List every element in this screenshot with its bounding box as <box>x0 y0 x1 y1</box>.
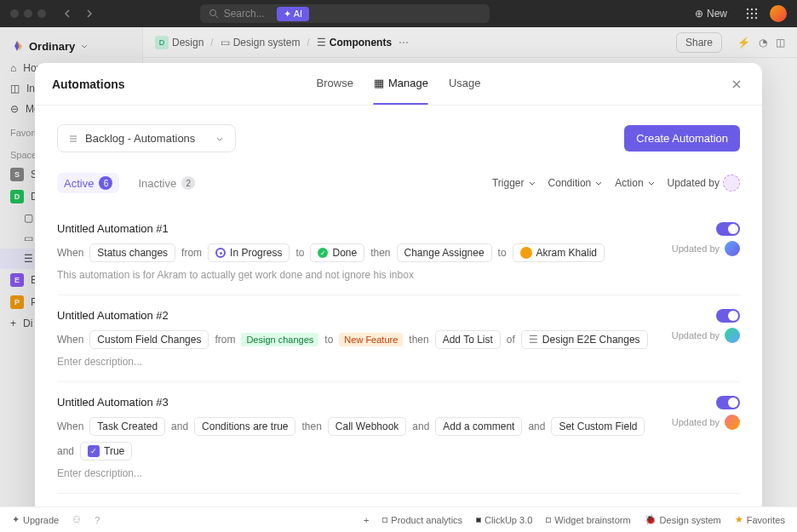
maximize-window[interactable] <box>37 9 46 18</box>
updater-avatar[interactable] <box>725 328 740 343</box>
enable-toggle[interactable] <box>716 396 740 409</box>
help-icon[interactable]: ? <box>95 515 100 525</box>
status-progress-icon <box>215 248 226 258</box>
svg-point-9 <box>755 17 757 19</box>
footer-favorites[interactable]: ★Favorites <box>735 514 785 525</box>
automation-title[interactable]: Untitled Automation #1 <box>57 222 169 235</box>
automation-description[interactable]: Enter description... <box>57 356 655 368</box>
window-titlebar: Search... ✦ AI ⊕ New <box>0 0 797 27</box>
svg-point-4 <box>747 13 748 14</box>
status-chip[interactable]: ✓Done <box>310 243 364 262</box>
trigger-chip[interactable]: Task Created <box>89 417 165 436</box>
status-chip[interactable]: In Progress <box>208 243 290 262</box>
list-chip[interactable]: ☰Design E2E Changes <box>521 330 648 349</box>
automation-title[interactable]: Untitled Automation #3 <box>57 396 169 409</box>
enable-toggle[interactable] <box>716 309 740 323</box>
avatar-placeholder-icon <box>723 174 740 192</box>
filter-updated-by[interactable]: Updated by <box>668 174 740 192</box>
action-chip[interactable]: Change Assignee <box>397 243 492 262</box>
person-avatar-icon <box>520 247 532 259</box>
ai-chip[interactable]: ✦ AI <box>277 7 309 21</box>
tab-browse[interactable]: Browse <box>317 63 353 105</box>
updater-avatar[interactable] <box>725 415 740 430</box>
footer-design-system[interactable]: 🐞 Design system <box>645 514 721 525</box>
automation-row: Untitled Automation #3 When Task Created… <box>57 382 740 494</box>
svg-point-7 <box>747 17 748 19</box>
list-icon: ☰ <box>529 334 538 346</box>
active-count-badge: 6 <box>99 176 112 190</box>
enable-toggle[interactable] <box>716 222 740 236</box>
tag-chip[interactable]: New Feature <box>339 333 403 346</box>
minimize-window[interactable] <box>24 9 32 18</box>
traffic-lights <box>10 9 46 18</box>
close-button[interactable] <box>728 76 745 93</box>
automations-modal: Automations Browse ▦ Manage Usage Backlo… <box>35 63 762 532</box>
filter-condition[interactable]: Condition <box>548 177 604 189</box>
tab-manage[interactable]: ▦ Manage <box>374 63 428 105</box>
updater-avatar[interactable] <box>725 241 740 256</box>
footer-clickup[interactable]: ClickUp 3.0 <box>476 515 532 525</box>
apps-icon[interactable] <box>744 6 760 21</box>
checkbox-icon: ✓ <box>88 445 100 457</box>
condition-chip[interactable]: Conditions are true <box>194 417 295 436</box>
people-icon[interactable]: ⚇ <box>72 514 81 525</box>
footer-bar: ✦ Upgrade ⚇ ? + Product analytics ClickU… <box>0 506 797 532</box>
inactive-count-badge: 2 <box>181 176 195 190</box>
automation-title[interactable]: Untitled Automation #2 <box>57 309 169 322</box>
tag-chip[interactable]: Design changes <box>241 333 318 346</box>
svg-point-3 <box>755 9 757 10</box>
chevron-down-icon <box>215 134 225 144</box>
filter-active[interactable]: Active 6 <box>57 173 119 193</box>
list-selector[interactable]: Backlog - Automations <box>57 124 236 152</box>
svg-point-2 <box>751 9 753 10</box>
footer-widget[interactable]: Widget brainstorm <box>546 515 630 525</box>
svg-point-1 <box>747 9 748 10</box>
trigger-chip[interactable]: Status changes <box>89 243 175 262</box>
nav-forward-button[interactable] <box>80 5 97 22</box>
automation-row: Untitled Automation #2 When Custom Field… <box>57 295 740 382</box>
search-input[interactable]: Search... ✦ AI <box>200 4 490 23</box>
svg-point-5 <box>751 13 753 14</box>
close-icon <box>731 78 743 90</box>
filter-trigger[interactable]: Trigger <box>492 177 536 189</box>
footer-product-analytics[interactable]: Product analytics <box>382 515 462 525</box>
svg-point-0 <box>209 10 215 16</box>
search-icon <box>209 9 219 19</box>
modal-title: Automations <box>52 77 125 91</box>
action-chip[interactable]: Add a comment <box>435 417 522 436</box>
automation-description[interactable]: This automation is for Akram to actually… <box>57 269 655 281</box>
filter-inactive[interactable]: Inactive 2 <box>131 173 202 193</box>
trigger-chip[interactable]: Custom Field Changes <box>89 330 209 349</box>
automation-description[interactable]: Enter description... <box>57 467 655 479</box>
user-avatar[interactable] <box>770 5 787 22</box>
status-done-icon: ✓ <box>318 248 328 258</box>
search-placeholder: Search... <box>224 8 265 20</box>
action-chip[interactable]: Add To List <box>435 330 501 349</box>
list-icon <box>68 134 78 144</box>
action-chip[interactable]: Set Custom Field <box>551 417 645 436</box>
value-chip[interactable]: ✓True <box>80 442 132 460</box>
modal-header: Automations Browse ▦ Manage Usage <box>35 63 762 106</box>
svg-point-6 <box>755 13 757 14</box>
new-button[interactable]: ⊕ New <box>688 5 734 22</box>
close-window[interactable] <box>10 9 19 18</box>
action-chip[interactable]: Call Webhook <box>328 417 406 436</box>
assignee-chip[interactable]: Akram Khalid <box>513 243 605 262</box>
automation-row: Untitled Automation #1 When Status chang… <box>57 209 740 295</box>
svg-point-8 <box>751 17 753 19</box>
filter-action[interactable]: Action <box>615 177 655 189</box>
nav-back-button[interactable] <box>60 5 77 22</box>
upgrade-button[interactable]: ✦ Upgrade <box>12 514 59 525</box>
tab-usage[interactable]: Usage <box>449 63 481 105</box>
add-icon[interactable]: + <box>364 515 369 525</box>
modal-backdrop: Automations Browse ▦ Manage Usage Backlo… <box>0 27 797 532</box>
create-automation-button[interactable]: Create Automation <box>624 125 740 152</box>
